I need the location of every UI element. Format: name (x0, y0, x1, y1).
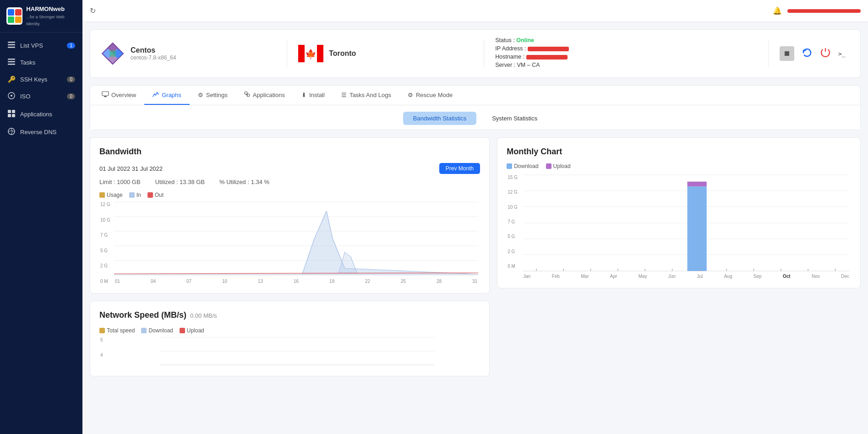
bandwidth-y-labels: 12 G 10 G 7 G 5 G 2 G 0 M (100, 202, 110, 284)
status-row-ip: IP Address : (495, 45, 757, 52)
tab-rescue-mode[interactable]: ⚙ Rescue Mode (399, 86, 461, 105)
legend-usage: Usage (99, 192, 123, 198)
bw-pct: % Utilized : 1.34 % (219, 179, 269, 185)
svg-rect-13 (12, 110, 15, 113)
tab-settings[interactable]: ⚙ Settings (190, 86, 236, 105)
server-location: 🍁 Toronto (298, 45, 473, 62)
svg-point-16 (8, 128, 15, 135)
network-speed-header: Network Speed (MB/s) 0.00 MB/s (99, 310, 480, 322)
tab-graphs[interactable]: Graphs (144, 86, 190, 105)
legend-dot-in (129, 192, 135, 198)
bw-dates: 01 Jul 2022 31 Jul 2022 (99, 165, 163, 172)
refresh-icon[interactable]: ↻ (90, 6, 96, 15)
svg-rect-7 (8, 59, 15, 60)
tab-overview[interactable]: Overview (94, 86, 144, 105)
bw-utilized: Utilized : 13.38 GB (155, 179, 205, 185)
network-speed-chart-container: 5 4 (114, 337, 480, 367)
sidebar-item-list-vps[interactable]: List VPS 1 (0, 37, 82, 54)
legend-dot-download (141, 328, 147, 333)
monthly-legend-upload: Upload (546, 163, 571, 169)
main-content: Centos centos-7.8-x86_64 🍁 Toronto (82, 22, 868, 434)
svg-point-31 (245, 92, 247, 94)
sidebar-item-reverse-dns[interactable]: Reverse DNS (0, 123, 82, 141)
main-wrapper: ↻ 🔔 Centos centos-7.8-x86_64 (82, 0, 868, 434)
tab-applications[interactable]: Applications (236, 86, 293, 105)
legend-upload: Upload (180, 327, 204, 334)
bar-jul-download (688, 186, 707, 271)
bw-stats-row: Limit : 1000 GB Utilized : 13.38 GB % Ut… (99, 179, 480, 185)
tasks-icon (7, 59, 16, 66)
iso-icon (7, 92, 16, 101)
bandwidth-legend: Usage In Out (99, 192, 480, 198)
svg-rect-9 (8, 64, 15, 65)
server-status-block: Status : Online IP Address : Hostname : … (495, 37, 757, 70)
svg-rect-8 (8, 61, 15, 63)
status-row-status: Status : Online (495, 37, 757, 43)
bandwidth-chart-svg (114, 202, 478, 275)
bandwidth-x-labels: 01 04 07 10 13 16 19 22 25 28 31 (114, 279, 478, 284)
monthly-dot-upload (546, 163, 551, 169)
svg-rect-30 (104, 96, 107, 97)
reverse-dns-icon (7, 128, 16, 136)
bell-icon[interactable]: 🔔 (773, 6, 782, 15)
bw-date-row: 01 Jul 2022 31 Jul 2022 Prev Month (99, 163, 480, 174)
bandwidth-title: Bandwidth (99, 147, 480, 157)
network-speed-title: Network Speed (MB/s) (99, 310, 186, 320)
svg-rect-27 (785, 51, 789, 56)
sub-tabs: Bandwidth Statistics System Statistics (90, 105, 860, 130)
power-button[interactable] (820, 47, 831, 60)
sidebar-item-ssh-keys[interactable]: 🔑 SSH Keys 0 (0, 71, 82, 87)
monthly-chart-container: 15 G 12 G 10 G 7 G 5 G 2 G 0 M (523, 175, 849, 279)
status-row-server: Server : VM – CA (495, 62, 757, 68)
legend-dot-upload (180, 328, 185, 333)
install-tab-icon: ⬇ (301, 92, 306, 98)
server-details: Centos centos-7.8-x86_64 (131, 46, 176, 61)
col-right: Monthly Chart Download Upload (497, 137, 861, 384)
sidebar-item-tasks[interactable]: Tasks (0, 54, 82, 71)
server-logo (101, 42, 124, 65)
ssh-keys-icon: 🔑 (7, 76, 16, 83)
stop-button[interactable] (780, 46, 794, 61)
svg-rect-4 (8, 42, 15, 43)
legend-dot-total (99, 328, 105, 333)
server-card: Centos centos-7.8-x86_64 🍁 Toronto (90, 29, 861, 78)
svg-rect-0 (8, 9, 14, 16)
tasks-logs-tab-icon: ☰ (341, 92, 347, 98)
monthly-legend: Download Upload (507, 163, 851, 169)
restart-button[interactable] (802, 47, 813, 60)
monthly-x-labels: Jan Feb Mar Apr May Jun Jul Aug Sep Oct … (523, 274, 849, 279)
svg-rect-14 (8, 114, 11, 117)
server-actions: >_ (780, 46, 849, 61)
hostname-redacted (526, 55, 568, 60)
legend-dot-usage (99, 192, 105, 198)
sub-tab-bandwidth[interactable]: Bandwidth Statistics (403, 112, 476, 125)
iso-badge: 0 (67, 93, 75, 99)
network-speed-value: 0.00 MB/s (190, 312, 217, 319)
network-y-labels: 5 4 (100, 337, 103, 358)
user-bar (787, 9, 861, 13)
graphs-tab-icon (153, 92, 159, 98)
logo-text: HARMONweb ...for a Stronger Web Identity… (26, 5, 76, 27)
svg-rect-2 (8, 16, 14, 23)
tab-tasks-and-logs[interactable]: ☰ Tasks And Logs (333, 86, 399, 105)
legend-in: In (129, 192, 141, 198)
svg-rect-15 (12, 114, 15, 117)
monthly-chart-svg (523, 175, 849, 271)
prev-month-button[interactable]: Prev Month (439, 163, 480, 174)
legend-total: Total speed (99, 327, 135, 334)
two-col-layout: Bandwidth 01 Jul 2022 31 Jul 2022 Prev M… (90, 137, 861, 384)
console-button[interactable]: >_ (838, 49, 849, 59)
monthly-dot-download (507, 163, 512, 169)
monthly-chart-title: Monthly Chart (507, 147, 851, 157)
svg-rect-25 (317, 45, 323, 62)
applications-tab-icon (244, 91, 250, 98)
sidebar-item-iso[interactable]: ISO 0 (0, 87, 82, 105)
ip-redacted (528, 47, 569, 51)
tab-install[interactable]: ⬇ Install (293, 86, 333, 105)
sub-tab-system[interactable]: System Statistics (482, 112, 547, 125)
tabs-bar: Overview Graphs ⚙ Settings Applicati (90, 86, 860, 105)
svg-text:🍁: 🍁 (305, 49, 317, 60)
sidebar-item-applications[interactable]: Applications (0, 105, 82, 123)
ssh-keys-badge: 0 (67, 76, 75, 82)
tabs-wrapper: Overview Graphs ⚙ Settings Applicati (90, 85, 861, 130)
